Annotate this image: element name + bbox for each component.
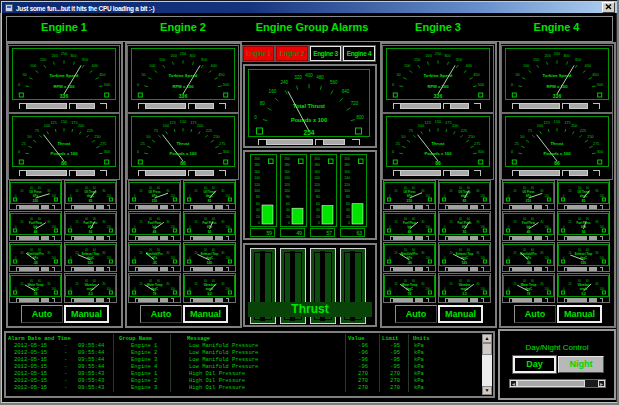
svg-text:0: 0 <box>15 287 17 291</box>
svg-text:200: 200 <box>545 54 551 58</box>
svg-text:560: 560 <box>330 80 338 85</box>
svg-text:300: 300 <box>223 150 229 154</box>
svg-text:Thrust: Thrust <box>431 141 445 146</box>
svg-text:degC: degC <box>461 256 468 260</box>
svg-text:100: 100 <box>107 256 112 260</box>
svg-text:20: 20 <box>140 251 143 255</box>
svg-text:320: 320 <box>294 75 302 80</box>
svg-text:-95: -95 <box>152 261 157 265</box>
svg-text:20: 20 <box>140 220 143 224</box>
svg-text:100: 100 <box>107 287 112 291</box>
svg-text:80: 80 <box>422 189 425 193</box>
svg-text:100: 100 <box>600 194 605 198</box>
svg-text:100: 100 <box>52 287 57 291</box>
svg-text:80: 80 <box>222 220 225 224</box>
svg-text:78: 78 <box>34 292 38 296</box>
svg-text:60: 60 <box>316 202 320 206</box>
svg-text:Thrust: Thrust <box>57 141 71 146</box>
svg-text:100: 100 <box>226 287 231 291</box>
svg-text:0: 0 <box>392 83 394 87</box>
svg-text:80: 80 <box>422 282 425 286</box>
svg-text:180: 180 <box>284 163 290 167</box>
svg-text:0: 0 <box>511 150 513 154</box>
svg-text:0: 0 <box>508 287 510 291</box>
svg-text:336: 336 <box>434 93 443 99</box>
svg-text:336: 336 <box>179 93 188 99</box>
svg-text:Pounds x 100: Pounds x 100 <box>51 151 79 156</box>
svg-text:275: 275 <box>219 142 225 146</box>
svg-text:Total Thrust: Total Thrust <box>293 103 325 109</box>
svg-text:0: 0 <box>348 221 350 225</box>
svg-text:200: 200 <box>254 157 260 161</box>
svg-text:Fuel Flow: Fuel Flow <box>148 221 162 225</box>
svg-text:80: 80 <box>477 189 480 193</box>
svg-text:0: 0 <box>389 225 391 229</box>
svg-text:225: 225 <box>87 129 93 133</box>
svg-text:80: 80 <box>422 220 425 224</box>
svg-text:100: 100 <box>600 256 605 260</box>
svg-text:Pounds x 100: Pounds x 100 <box>291 117 327 123</box>
svg-text:175: 175 <box>190 121 196 125</box>
svg-text:0: 0 <box>508 225 510 229</box>
svg-text:80: 80 <box>422 251 425 255</box>
svg-text:300: 300 <box>478 150 484 154</box>
svg-text:0: 0 <box>189 256 191 260</box>
svg-text:125: 125 <box>424 121 430 125</box>
svg-text:48: 48 <box>153 230 157 234</box>
svg-text:640: 640 <box>342 89 350 94</box>
svg-text:210: 210 <box>526 199 532 203</box>
svg-text:210: 210 <box>33 199 39 203</box>
svg-text:20: 20 <box>21 189 24 193</box>
svg-text:Vibration: Vibration <box>577 283 589 287</box>
svg-text:20: 20 <box>140 189 143 193</box>
svg-text:0: 0 <box>563 194 565 198</box>
svg-text:0: 0 <box>563 256 565 260</box>
svg-text:80: 80 <box>167 282 170 286</box>
svg-text:80: 80 <box>167 251 170 255</box>
svg-text:Exhaust Tmp: Exhaust Tmp <box>456 252 474 256</box>
svg-text:520: 520 <box>207 261 213 265</box>
svg-text:80: 80 <box>596 189 599 193</box>
svg-text:20: 20 <box>450 282 453 286</box>
svg-text:100: 100 <box>545 225 550 229</box>
svg-text:85: 85 <box>463 199 467 203</box>
svg-text:20: 20 <box>569 251 572 255</box>
svg-text:80: 80 <box>286 195 290 199</box>
svg-text:150: 150 <box>414 58 420 62</box>
svg-text:350: 350 <box>575 58 581 62</box>
svg-text:50: 50 <box>520 135 524 139</box>
svg-text:300: 300 <box>189 54 195 58</box>
svg-text:225: 225 <box>461 129 467 133</box>
svg-text:Fuel Flow: Fuel Flow <box>29 221 43 225</box>
svg-text:275: 275 <box>100 142 106 146</box>
svg-text:25: 25 <box>396 142 400 146</box>
svg-text:0: 0 <box>444 225 446 229</box>
svg-text:80: 80 <box>103 251 106 255</box>
svg-text:Thrust: Thrust <box>176 141 190 146</box>
svg-text:400: 400 <box>466 64 472 68</box>
svg-text:48: 48 <box>408 230 412 234</box>
svg-text:100: 100 <box>52 225 57 229</box>
svg-text:48: 48 <box>527 230 531 234</box>
svg-text:50: 50 <box>142 73 146 77</box>
svg-text:254: 254 <box>303 129 314 136</box>
svg-text:200: 200 <box>571 124 577 128</box>
svg-text:0: 0 <box>508 256 510 260</box>
svg-text:degC: degC <box>32 287 39 291</box>
svg-text:0: 0 <box>389 287 391 291</box>
svg-text:50: 50 <box>397 73 401 77</box>
svg-text:500: 500 <box>597 83 603 87</box>
svg-text:125: 125 <box>169 121 175 125</box>
svg-text:80: 80 <box>103 220 106 224</box>
svg-text:180: 180 <box>344 163 350 167</box>
svg-text:160: 160 <box>344 170 350 174</box>
svg-text:200: 200 <box>171 54 177 58</box>
svg-text:120: 120 <box>254 183 260 187</box>
svg-text:0: 0 <box>189 287 191 291</box>
svg-text:RPM x 100: RPM x 100 <box>54 84 76 89</box>
svg-text:250: 250 <box>435 52 441 56</box>
svg-text:92: 92 <box>89 230 93 234</box>
svg-text:250: 250 <box>554 52 560 56</box>
svg-text:336: 336 <box>553 93 562 99</box>
svg-text:20: 20 <box>514 251 517 255</box>
